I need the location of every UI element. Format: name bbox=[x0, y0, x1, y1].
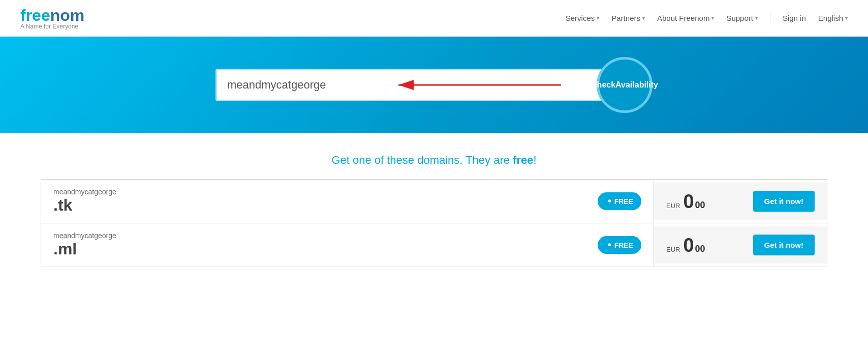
domain-info: meandmycatgeorge .tk FREE bbox=[53, 188, 641, 215]
price-decimal: 00 bbox=[695, 244, 705, 254]
chevron-down-icon: ▾ bbox=[597, 15, 599, 21]
domain-table: meandmycatgeorge .tk FREE EUR 000 Get it… bbox=[41, 179, 827, 267]
price-currency: EUR bbox=[666, 246, 680, 253]
search-input[interactable] bbox=[215, 69, 607, 101]
nav-services[interactable]: Services ▾ bbox=[566, 14, 600, 22]
table-row: meandmycatgeorge .ml FREE EUR 000 Get it… bbox=[41, 223, 827, 267]
price-integer: 0 bbox=[683, 236, 694, 255]
table-row: meandmycatgeorge .tk FREE EUR 000 Get it… bbox=[41, 180, 827, 223]
get-it-now-button[interactable]: Get it now! bbox=[753, 235, 815, 255]
chevron-down-icon: ▾ bbox=[711, 15, 714, 21]
price-decimal: 00 bbox=[695, 200, 705, 211]
get-it-now-button[interactable]: Get it now! bbox=[753, 191, 815, 212]
chevron-down-icon: ▾ bbox=[642, 15, 645, 21]
logo-free: free bbox=[20, 6, 50, 24]
main-content: Get one of these domains. They are free!… bbox=[0, 133, 868, 287]
logo-text: freenom bbox=[20, 6, 84, 25]
logo-tagline: A Name for Everyone bbox=[20, 23, 84, 30]
domain-name-block: meandmycatgeorge .ml bbox=[53, 232, 116, 258]
free-badge: FREE bbox=[598, 192, 641, 210]
domain-info: meandmycatgeorge .ml FREE bbox=[53, 232, 641, 258]
free-badge: FREE bbox=[598, 236, 641, 254]
nav-about[interactable]: About Freenom ▾ bbox=[657, 14, 714, 22]
nav-items: Services ▾ Partners ▾ About Freenom ▾ Su… bbox=[566, 13, 848, 23]
navbar: freenom A Name for Everyone Services ▾ P… bbox=[0, 0, 868, 37]
domain-prefix: meandmycatgeorge bbox=[53, 232, 116, 240]
domain-left-cell: meandmycatgeorge .tk FREE bbox=[41, 180, 654, 223]
domain-right-cell: EUR 000 Get it now! bbox=[654, 183, 827, 220]
price-block: EUR 000 bbox=[666, 236, 705, 255]
domain-extension: .ml bbox=[53, 240, 116, 258]
domain-right-cell: EUR 000 Get it now! bbox=[654, 226, 827, 264]
domain-name-block: meandmycatgeorge .tk bbox=[53, 188, 116, 215]
price-integer: 0 bbox=[683, 192, 694, 211]
nav-divider bbox=[770, 13, 770, 23]
nav-partners[interactable]: Partners ▾ bbox=[611, 14, 645, 22]
domain-extension: .tk bbox=[53, 196, 116, 215]
nav-language[interactable]: English ▾ bbox=[818, 14, 848, 22]
nav-support[interactable]: Support ▾ bbox=[726, 14, 758, 22]
price-block: EUR 000 bbox=[666, 192, 705, 211]
chevron-down-icon: ▾ bbox=[755, 15, 758, 21]
logo[interactable]: freenom A Name for Everyone bbox=[20, 6, 84, 30]
chevron-down-icon: ▾ bbox=[845, 15, 848, 21]
section-title: Get one of these domains. They are free! bbox=[41, 154, 827, 167]
hero-section: Check Availability bbox=[0, 37, 868, 133]
search-container: Check Availability bbox=[215, 57, 653, 113]
nav-signin[interactable]: Sign in bbox=[783, 14, 806, 22]
domain-prefix: meandmycatgeorge bbox=[53, 188, 116, 196]
price-currency: EUR bbox=[666, 202, 680, 210]
logo-nom: nom bbox=[50, 6, 85, 24]
check-availability-button[interactable]: Check Availability bbox=[597, 57, 653, 113]
domain-left-cell: meandmycatgeorge .ml FREE bbox=[41, 223, 654, 267]
